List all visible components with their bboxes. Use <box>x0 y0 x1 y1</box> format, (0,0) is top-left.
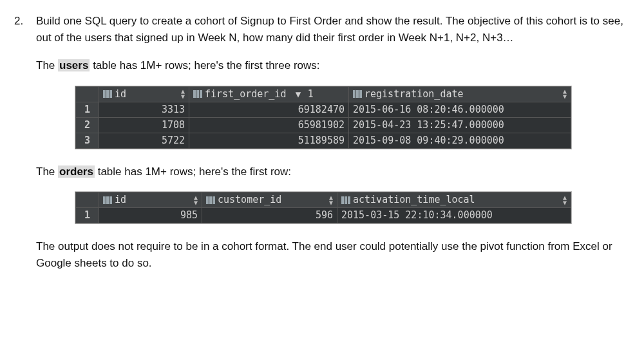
rownum-cell: 3 <box>76 133 99 148</box>
table-row: 2 1708 65981902 2015-04-23 13:25:47.0000… <box>76 117 571 133</box>
svg-rect-17 <box>348 196 350 204</box>
users-table-name: users <box>58 59 90 71</box>
orders-col-customer-id[interactable]: customer_id ▲▼ <box>202 193 337 208</box>
svg-rect-10 <box>106 196 109 204</box>
orders-table: id ▲▼ customer_id ▲▼ <box>75 192 571 223</box>
users-col-first-order-id-label: first_order_id <box>205 87 286 102</box>
cell-registration-date[interactable]: 2015-09-08 09:40:29.000000 <box>349 133 571 148</box>
table-row: 3 5722 51189589 2015-09-08 09:40:29.0000… <box>76 133 571 148</box>
svg-rect-11 <box>109 196 112 204</box>
svg-rect-0 <box>103 90 106 98</box>
users-col-id[interactable]: id ▲▼ <box>99 86 189 102</box>
users-intro-pre: The <box>36 59 58 71</box>
cell-registration-date[interactable]: 2015-06-16 08:20:46.000000 <box>349 102 571 117</box>
sort-indicator-icon[interactable]: ▲▼ <box>563 89 567 99</box>
users-col-registration-date-label: registration_date <box>365 87 464 102</box>
cell-first-order-id[interactable]: 51189589 <box>189 133 349 148</box>
rownum-cell: 1 <box>76 102 99 117</box>
cell-id[interactable]: 1708 <box>99 117 189 133</box>
users-intro: The users table has 1M+ rows; here's the… <box>36 57 630 74</box>
cell-registration-date[interactable]: 2015-04-23 13:25:47.000000 <box>349 117 571 133</box>
users-table-wrapper: id ▲▼ first_order_id ▼ 1 <box>75 86 572 149</box>
column-icon <box>193 90 202 98</box>
orders-col-activation-time[interactable]: activation_time_local ▲▼ <box>337 193 571 208</box>
cell-id[interactable]: 5722 <box>99 133 189 148</box>
orders-col-customer-id-label: customer_id <box>218 193 281 207</box>
rownum-cell: 2 <box>76 117 99 133</box>
column-icon <box>103 90 112 98</box>
column-icon <box>103 196 112 204</box>
orders-intro-pre: The <box>36 165 58 178</box>
sort-priority-number: 1 <box>308 87 314 102</box>
sort-indicator-icon[interactable]: ▲▼ <box>563 195 567 205</box>
sort-indicator-icon[interactable]: ▲▼ <box>329 195 333 205</box>
cell-id[interactable]: 985 <box>99 208 202 223</box>
orders-col-id-label: id <box>115 193 126 207</box>
column-icon <box>206 196 215 204</box>
question-number: 2. <box>14 13 26 283</box>
orders-table-header-row: id ▲▼ customer_id ▲▼ <box>76 193 571 208</box>
sort-indicator-icon[interactable]: ▲▼ <box>194 195 198 205</box>
question-block: 2. Build one SQL query to create a cohor… <box>14 13 630 283</box>
orders-intro: The orders table has 1M+ rows; here's th… <box>36 164 630 180</box>
cell-first-order-id[interactable]: 69182470 <box>189 102 349 117</box>
cell-activation-time[interactable]: 2015-03-15 22:10:34.000000 <box>337 208 571 223</box>
svg-rect-7 <box>356 90 359 98</box>
sort-priority-badge: ▼ <box>290 88 306 101</box>
svg-rect-15 <box>341 196 344 204</box>
orders-rownum-header[interactable] <box>76 193 99 208</box>
svg-rect-14 <box>213 196 215 204</box>
sort-indicator-icon[interactable]: ▲▼ <box>181 89 185 99</box>
users-table-header-row: id ▲▼ first_order_id ▼ 1 <box>76 86 571 102</box>
svg-rect-5 <box>200 90 202 98</box>
orders-col-id[interactable]: id ▲▼ <box>99 193 202 208</box>
orders-col-activation-time-label: activation_time_local <box>353 193 475 207</box>
svg-rect-4 <box>196 90 199 98</box>
svg-rect-3 <box>193 90 196 98</box>
cell-first-order-id[interactable]: 65981902 <box>189 117 349 133</box>
users-table: id ▲▼ first_order_id ▼ 1 <box>75 86 571 149</box>
orders-table-name: orders <box>58 165 95 178</box>
table-row: 1 985 596 2015-03-15 22:10:34.000000 <box>76 208 571 223</box>
orders-table-wrapper: id ▲▼ customer_id ▲▼ <box>75 191 572 224</box>
users-col-registration-date[interactable]: registration_date ▲▼ <box>349 86 571 102</box>
svg-rect-12 <box>206 196 209 204</box>
cell-id[interactable]: 3313 <box>99 102 189 117</box>
svg-rect-1 <box>106 90 109 98</box>
question-body: Build one SQL query to create a cohort o… <box>36 13 630 283</box>
svg-rect-8 <box>359 90 362 98</box>
users-col-id-label: id <box>115 87 126 102</box>
svg-rect-9 <box>103 196 106 204</box>
rownum-cell: 1 <box>76 208 99 223</box>
table-row: 1 3313 69182470 2015-06-16 08:20:46.0000… <box>76 102 571 117</box>
footer-note: The output does not require to be in a c… <box>36 238 630 271</box>
svg-rect-6 <box>353 90 355 98</box>
users-intro-post: table has 1M+ rows; here's the first thr… <box>90 59 319 71</box>
svg-rect-16 <box>345 196 347 204</box>
svg-rect-2 <box>109 90 112 98</box>
column-icon <box>353 90 362 98</box>
cell-customer-id[interactable]: 596 <box>202 208 337 223</box>
question-prompt: Build one SQL query to create a cohort o… <box>36 13 630 46</box>
svg-rect-13 <box>209 196 212 204</box>
orders-intro-post: table has 1M+ rows; here's the first row… <box>95 165 291 178</box>
users-col-first-order-id[interactable]: first_order_id ▼ 1 <box>189 86 349 102</box>
users-rownum-header[interactable] <box>76 86 99 102</box>
column-icon <box>341 196 350 204</box>
